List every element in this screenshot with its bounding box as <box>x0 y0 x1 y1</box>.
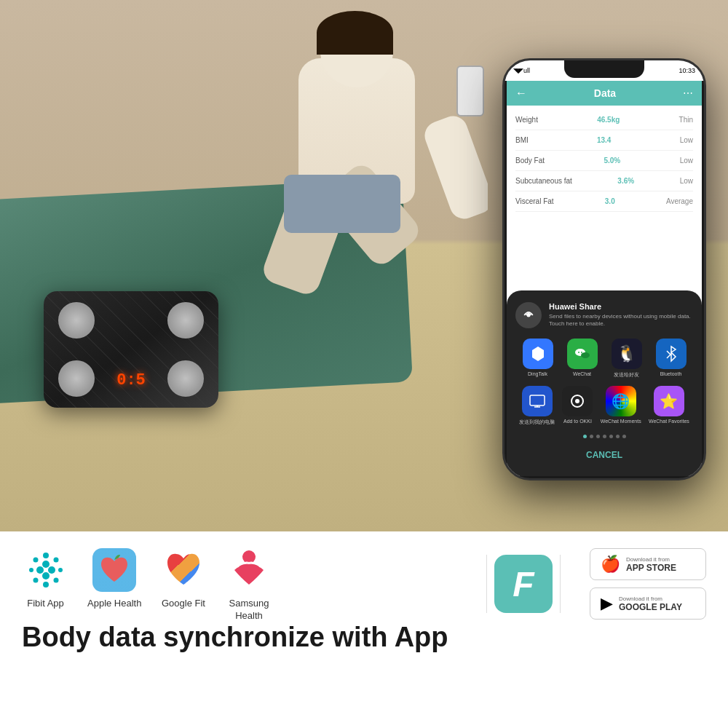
person-arm <box>421 112 488 223</box>
share-text-area: Huawei Share Send files to nearby device… <box>549 302 693 328</box>
svg-point-14 <box>33 577 38 582</box>
phone-mockup: ◥◤ull 10:33 ← Data ⋯ Weight 46.5kg Thin … <box>502 58 706 480</box>
f-letter: F <box>513 564 534 604</box>
share-desc: Send files to nearby devices without usi… <box>549 313 693 328</box>
google-play-text: Download it from GOOGLE PLAY <box>619 596 682 612</box>
screen-title: Data <box>527 87 683 99</box>
bottom-section: Fibit App <box>0 531 728 728</box>
svg-point-10 <box>53 557 58 562</box>
table-row: Body Fat 5.0% Low <box>515 151 693 171</box>
scale-pad-bottomleft <box>58 360 95 397</box>
share-dialog: Huawei Share Send files to nearby device… <box>507 290 702 476</box>
svg-point-17 <box>42 561 50 568</box>
google-fit-item: Google Fit <box>159 546 207 610</box>
person-shorts <box>284 175 400 233</box>
svg-point-16 <box>33 557 38 562</box>
f-app-section: F <box>464 555 582 613</box>
app-header: ← Data ⋯ <box>507 81 702 106</box>
person-hair <box>317 11 393 55</box>
share-app-dingtalk[interactable]: DingTalk <box>523 339 553 379</box>
subcutaneous-status: Low <box>680 177 693 185</box>
svg-point-19 <box>48 566 55 574</box>
visceral-status: Average <box>666 197 693 205</box>
cancel-button[interactable]: CANCEL <box>515 446 693 464</box>
weight-status: Thin <box>679 116 693 124</box>
google-play-small-text: Download it from <box>619 596 682 602</box>
app-store-small-text: Download it from <box>626 556 676 563</box>
fitbit-label: Fibit App <box>27 598 64 610</box>
subcutaneous-value: 3.6% <box>617 177 634 185</box>
phone-screen: ← Data ⋯ Weight 46.5kg Thin BMI 13.4 Low… <box>507 81 702 476</box>
svg-point-11 <box>58 568 63 572</box>
wechat-label: WeChat <box>573 371 591 376</box>
moments-label: WeChat Moments <box>601 419 641 424</box>
apple-health-icon-wrap <box>91 546 138 593</box>
headline: Body data synchronize with App <box>22 622 706 653</box>
samsung-health-item: SamsungHealth <box>225 546 272 622</box>
apple-icon: 🍎 <box>601 555 620 574</box>
share-apps-row1: DingTalk WeChat 🐧 发送给好友 <box>515 339 693 379</box>
photo-section: 0:5 ◥◤ull 10:33 ← Dat <box>0 0 728 531</box>
svg-point-20 <box>36 566 44 574</box>
bodyfat-value: 5.0% <box>604 157 620 165</box>
svg-point-3 <box>578 352 579 353</box>
okki-label: Add to OKKI <box>563 419 592 424</box>
smart-scale: 0:5 <box>44 291 218 408</box>
back-icon[interactable]: ← <box>515 87 527 100</box>
download-section: 🍎 Download it from APP STORE ▶ Download … <box>590 548 706 620</box>
person-area <box>240 0 488 379</box>
google-fit-label: Google Fit <box>162 598 205 610</box>
favorites-label: WeChat Favorites <box>649 419 689 424</box>
share-title: Huawei Share <box>549 302 693 311</box>
google-play-big-text: GOOGLE PLAY <box>619 602 682 612</box>
google-fit-icon <box>162 548 205 592</box>
fitbit-app-item: Fibit App <box>22 546 69 610</box>
share-app-moments[interactable]: 🌐 WeChat Moments <box>601 386 641 426</box>
share-app-computer[interactable]: 发送到我的电脑 <box>519 386 555 426</box>
dot-3 <box>596 435 600 438</box>
person-phone <box>456 66 484 116</box>
fitbit-icon-wrap <box>22 546 69 593</box>
vertical-divider-right <box>560 555 561 613</box>
app-store-big-text: APP STORE <box>626 563 676 573</box>
svg-point-12 <box>53 577 58 582</box>
friend-label: 发送给好友 <box>614 371 639 379</box>
dot-1 <box>583 435 587 438</box>
svg-rect-5 <box>530 395 545 405</box>
apple-health-icon <box>92 548 136 592</box>
visceral-value: 3.0 <box>605 197 615 205</box>
svg-point-13 <box>43 582 49 587</box>
svg-point-7 <box>575 399 579 403</box>
subcutaneous-label: Subcutaneous fat <box>515 177 572 185</box>
share-app-okki[interactable]: Add to OKKI <box>562 386 593 426</box>
apps-and-download-row: Fibit App <box>22 546 706 622</box>
share-app-bluetooth[interactable]: Bluetooth <box>656 339 687 379</box>
page-dots <box>515 435 693 438</box>
google-play-button[interactable]: ▶ Download it from GOOGLE PLAY <box>590 587 706 620</box>
visceral-label: Visceral Fat <box>515 197 554 205</box>
dot-6 <box>616 435 620 438</box>
app-store-text: Download it from APP STORE <box>626 556 676 573</box>
google-play-icon: ▶ <box>601 594 613 613</box>
bmi-value: 13.4 <box>597 136 611 144</box>
app-store-button[interactable]: 🍎 Download it from APP STORE <box>590 548 706 580</box>
svg-point-4 <box>581 352 582 353</box>
share-app-favorites[interactable]: ⭐ WeChat Favorites <box>649 386 689 426</box>
computer-label: 发送到我的电脑 <box>519 419 555 426</box>
apple-health-label: Apple Health <box>87 598 141 610</box>
samsung-health-label: SamsungHealth <box>229 598 269 622</box>
compatible-apps: Fibit App <box>22 546 457 622</box>
samsung-health-icon <box>227 548 271 592</box>
share-icon[interactable]: ⋯ <box>683 87 693 99</box>
scale-pad-topleft <box>58 302 95 339</box>
share-app-friend[interactable]: 🐧 发送给好友 <box>612 339 642 379</box>
table-row: Weight 46.5kg Thin <box>515 110 693 130</box>
svg-point-9 <box>43 553 49 558</box>
weight-value: 46.5kg <box>597 116 620 124</box>
scale-pad-topright <box>167 302 204 339</box>
share-app-wechat[interactable]: WeChat <box>567 339 598 379</box>
dingtalk-label: DingTalk <box>528 371 547 376</box>
huawei-share-icon <box>515 302 542 328</box>
svg-point-15 <box>29 568 33 572</box>
svg-point-2 <box>581 352 590 358</box>
